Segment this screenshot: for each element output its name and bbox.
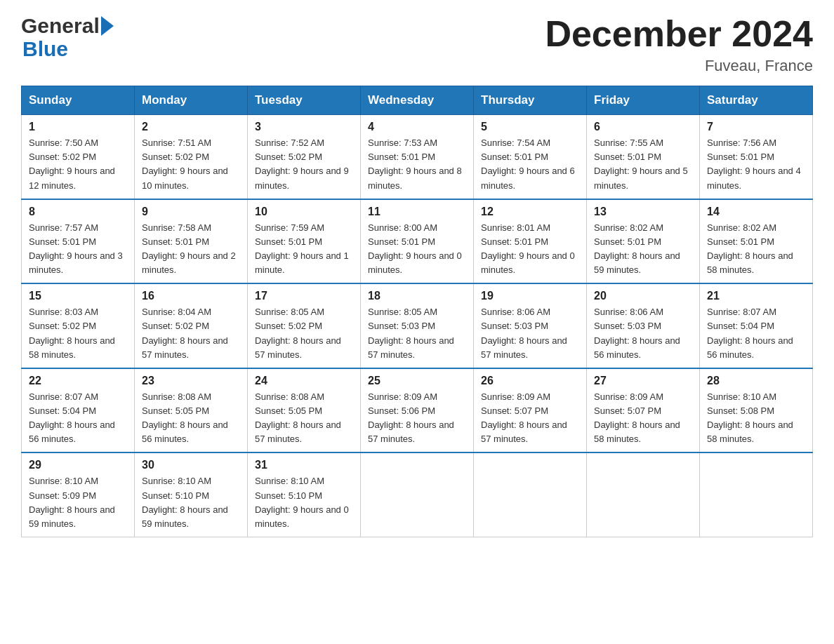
day-info: Sunrise: 7:56 AM Sunset: 5:01 PM Dayligh… [707,136,805,193]
day-info: Sunrise: 8:10 AM Sunset: 5:10 PM Dayligh… [142,474,240,531]
calendar-day-cell: 26 Sunrise: 8:09 AM Sunset: 5:07 PM Dayl… [474,368,587,453]
day-info: Sunrise: 7:53 AM Sunset: 5:01 PM Dayligh… [368,136,466,193]
day-info: Sunrise: 7:57 AM Sunset: 5:01 PM Dayligh… [29,221,127,278]
calendar-day-cell [700,452,813,537]
title-block: December 2024 Fuveau, France [545,14,813,75]
day-info: Sunrise: 8:01 AM Sunset: 5:01 PM Dayligh… [481,221,579,278]
day-info: Sunrise: 8:09 AM Sunset: 5:07 PM Dayligh… [481,390,579,447]
day-info: Sunrise: 7:58 AM Sunset: 5:01 PM Dayligh… [142,221,240,278]
day-number: 22 [29,375,127,387]
calendar-day-cell: 24 Sunrise: 8:08 AM Sunset: 5:05 PM Dayl… [248,368,361,453]
calendar-day-cell: 4 Sunrise: 7:53 AM Sunset: 5:01 PM Dayli… [361,115,474,199]
calendar-day-cell: 25 Sunrise: 8:09 AM Sunset: 5:06 PM Dayl… [361,368,474,453]
calendar-week-row: 15 Sunrise: 8:03 AM Sunset: 5:02 PM Dayl… [22,283,813,368]
calendar-day-cell: 23 Sunrise: 8:08 AM Sunset: 5:05 PM Dayl… [135,368,248,453]
logo-blue-text: Blue [22,37,114,60]
day-number: 11 [368,206,466,218]
day-info: Sunrise: 8:10 AM Sunset: 5:09 PM Dayligh… [29,474,127,531]
day-info: Sunrise: 7:54 AM Sunset: 5:01 PM Dayligh… [481,136,579,193]
day-info: Sunrise: 7:52 AM Sunset: 5:02 PM Dayligh… [255,136,353,193]
day-info: Sunrise: 7:51 AM Sunset: 5:02 PM Dayligh… [142,136,240,193]
calendar-week-row: 1 Sunrise: 7:50 AM Sunset: 5:02 PM Dayli… [22,115,813,199]
calendar-week-row: 8 Sunrise: 7:57 AM Sunset: 5:01 PM Dayli… [22,199,813,284]
day-info: Sunrise: 8:03 AM Sunset: 5:02 PM Dayligh… [29,305,127,362]
day-number: 3 [255,121,353,133]
day-info: Sunrise: 8:08 AM Sunset: 5:05 PM Dayligh… [142,390,240,447]
day-number: 23 [142,375,240,387]
calendar-day-cell: 9 Sunrise: 7:58 AM Sunset: 5:01 PM Dayli… [135,199,248,284]
day-number: 25 [368,375,466,387]
day-info: Sunrise: 8:04 AM Sunset: 5:02 PM Dayligh… [142,305,240,362]
calendar-day-cell: 20 Sunrise: 8:06 AM Sunset: 5:03 PM Dayl… [587,283,700,368]
calendar-header-row: SundayMondayTuesdayWednesdayThursdayFrid… [22,86,813,115]
calendar-day-cell: 7 Sunrise: 7:56 AM Sunset: 5:01 PM Dayli… [700,115,813,199]
day-number: 9 [142,206,240,218]
day-number: 2 [142,121,240,133]
day-number: 30 [142,459,240,471]
day-of-week-header: Thursday [474,86,587,115]
day-info: Sunrise: 7:50 AM Sunset: 5:02 PM Dayligh… [29,136,127,193]
day-info: Sunrise: 8:09 AM Sunset: 5:06 PM Dayligh… [368,390,466,447]
day-number: 31 [255,459,353,471]
calendar-day-cell: 13 Sunrise: 8:02 AM Sunset: 5:01 PM Dayl… [587,199,700,284]
day-info: Sunrise: 8:08 AM Sunset: 5:05 PM Dayligh… [255,390,353,447]
day-number: 5 [481,121,579,133]
logo: General Blue [21,14,114,60]
day-number: 12 [481,206,579,218]
calendar-day-cell: 12 Sunrise: 8:01 AM Sunset: 5:01 PM Dayl… [474,199,587,284]
calendar-day-cell: 27 Sunrise: 8:09 AM Sunset: 5:07 PM Dayl… [587,368,700,453]
day-number: 8 [29,206,127,218]
day-info: Sunrise: 8:10 AM Sunset: 5:10 PM Dayligh… [255,474,353,531]
calendar-day-cell: 3 Sunrise: 7:52 AM Sunset: 5:02 PM Dayli… [248,115,361,199]
day-of-week-header: Tuesday [248,86,361,115]
calendar-day-cell: 15 Sunrise: 8:03 AM Sunset: 5:02 PM Dayl… [22,283,135,368]
logo-general-text: General [21,14,100,37]
calendar-day-cell: 31 Sunrise: 8:10 AM Sunset: 5:10 PM Dayl… [248,452,361,537]
day-number: 15 [29,290,127,302]
day-number: 6 [594,121,692,133]
day-info: Sunrise: 8:10 AM Sunset: 5:08 PM Dayligh… [707,390,805,447]
day-info: Sunrise: 8:02 AM Sunset: 5:01 PM Dayligh… [707,221,805,278]
day-number: 17 [255,290,353,302]
day-number: 10 [255,206,353,218]
day-number: 29 [29,459,127,471]
calendar-day-cell: 14 Sunrise: 8:02 AM Sunset: 5:01 PM Dayl… [700,199,813,284]
logo-arrow-icon [101,16,114,36]
month-title: December 2024 [545,14,813,54]
calendar-day-cell: 29 Sunrise: 8:10 AM Sunset: 5:09 PM Dayl… [22,452,135,537]
day-info: Sunrise: 7:55 AM Sunset: 5:01 PM Dayligh… [594,136,692,193]
calendar-day-cell: 2 Sunrise: 7:51 AM Sunset: 5:02 PM Dayli… [135,115,248,199]
calendar-day-cell: 8 Sunrise: 7:57 AM Sunset: 5:01 PM Dayli… [22,199,135,284]
calendar-table: SundayMondayTuesdayWednesdayThursdayFrid… [21,86,813,537]
location: Fuveau, France [545,57,813,75]
day-number: 27 [594,375,692,387]
day-number: 20 [594,290,692,302]
calendar-day-cell [474,452,587,537]
day-info: Sunrise: 8:07 AM Sunset: 5:04 PM Dayligh… [707,305,805,362]
day-info: Sunrise: 8:05 AM Sunset: 5:02 PM Dayligh… [255,305,353,362]
day-info: Sunrise: 8:06 AM Sunset: 5:03 PM Dayligh… [481,305,579,362]
day-number: 14 [707,206,805,218]
day-info: Sunrise: 8:09 AM Sunset: 5:07 PM Dayligh… [594,390,692,447]
day-info: Sunrise: 8:07 AM Sunset: 5:04 PM Dayligh… [29,390,127,447]
calendar-day-cell: 16 Sunrise: 8:04 AM Sunset: 5:02 PM Dayl… [135,283,248,368]
day-of-week-header: Saturday [700,86,813,115]
day-number: 24 [255,375,353,387]
day-number: 7 [707,121,805,133]
calendar-day-cell [361,452,474,537]
day-number: 1 [29,121,127,133]
calendar-day-cell: 21 Sunrise: 8:07 AM Sunset: 5:04 PM Dayl… [700,283,813,368]
calendar-day-cell: 28 Sunrise: 8:10 AM Sunset: 5:08 PM Dayl… [700,368,813,453]
day-number: 18 [368,290,466,302]
day-number: 19 [481,290,579,302]
calendar-week-row: 22 Sunrise: 8:07 AM Sunset: 5:04 PM Dayl… [22,368,813,453]
day-number: 13 [594,206,692,218]
logo-row1: General [21,14,114,37]
day-number: 16 [142,290,240,302]
calendar-day-cell: 30 Sunrise: 8:10 AM Sunset: 5:10 PM Dayl… [135,452,248,537]
day-number: 4 [368,121,466,133]
day-info: Sunrise: 7:59 AM Sunset: 5:01 PM Dayligh… [255,221,353,278]
calendar-day-cell: 17 Sunrise: 8:05 AM Sunset: 5:02 PM Dayl… [248,283,361,368]
calendar-day-cell: 19 Sunrise: 8:06 AM Sunset: 5:03 PM Dayl… [474,283,587,368]
day-number: 21 [707,290,805,302]
